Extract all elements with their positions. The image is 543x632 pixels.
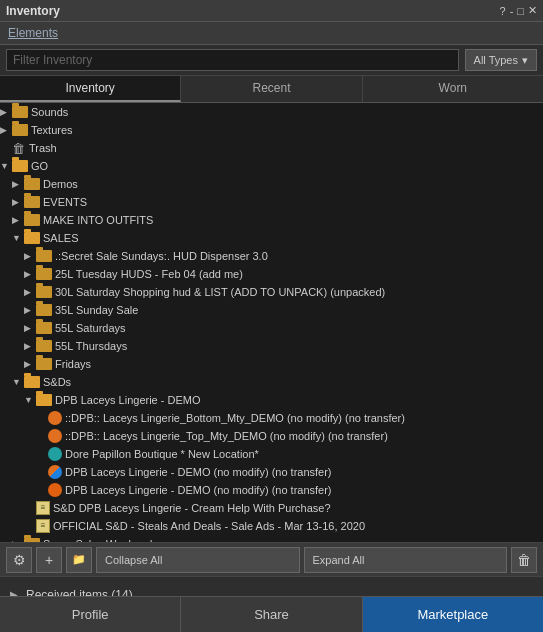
folder-icon	[12, 160, 28, 172]
inventory-tree[interactable]: ▶ Sounds ▶ Textures ▶ 🗑 Trash ▼ GO ▶ Dem…	[0, 103, 543, 543]
item-label: .:Secret Sale Sundays:. HUD Dispenser 3.…	[55, 250, 268, 262]
folder-icon	[36, 340, 52, 352]
item-label: 25L Tuesday HUDS - Feb 04 (add me)	[55, 268, 243, 280]
folder-icon	[36, 304, 52, 316]
expand-arrow: ▶	[24, 287, 36, 297]
folder-icon	[24, 376, 40, 388]
expand-arrow: ▶	[12, 215, 24, 225]
item-label: SALES	[43, 232, 78, 244]
folder-icon	[36, 358, 52, 370]
list-item[interactable]: ▶ EVENTS	[0, 193, 543, 211]
item-label: 35L Sunday Sale	[55, 304, 138, 316]
list-item[interactable]: ▶ DPB Laceys Lingerie - DEMO (no modify)…	[0, 463, 543, 481]
help-button[interactable]: ?	[500, 5, 506, 17]
folder-icon	[36, 322, 52, 334]
list-item[interactable]: ▶ .:Secret Sale Sundays:. HUD Dispenser …	[0, 247, 543, 265]
item-icon	[48, 429, 62, 443]
tab-inventory[interactable]: Inventory	[0, 76, 181, 102]
folder-icon	[24, 178, 40, 190]
expand-arrow: ▶	[24, 323, 36, 333]
marketplace-button[interactable]: Marketplace	[363, 597, 543, 632]
expand-arrow: ▼	[0, 161, 12, 171]
folder-icon	[36, 286, 52, 298]
list-item[interactable]: ▼ DPB Laceys Lingerie - DEMO	[0, 391, 543, 409]
expand-arrow: ▼	[12, 377, 24, 387]
list-item[interactable]: ▶ Textures	[0, 121, 543, 139]
expand-arrow: ▼	[12, 233, 24, 243]
list-item[interactable]: ▶ 55L Saturdays	[0, 319, 543, 337]
list-item[interactable]: ▼ GO	[0, 157, 543, 175]
folder-icon	[24, 214, 40, 226]
item-label: DPB Laceys Lingerie - DEMO	[55, 394, 201, 406]
list-item[interactable]: ▶ ::DPB:: Laceys Lingerie_Top_Mty_DEMO (…	[0, 427, 543, 445]
list-item[interactable]: ▶ Fridays	[0, 355, 543, 373]
notecard-icon: ≡	[36, 519, 50, 533]
list-item[interactable]: ▶ ≡ S&D DPB Laceys Lingerie - Cream Help…	[0, 499, 543, 517]
expand-arrow: ▶	[24, 341, 36, 351]
tab-worn[interactable]: Worn	[363, 76, 543, 102]
list-item[interactable]: ▶ ::DPB:: Laceys Lingerie_Bottom_Mty_DEM…	[0, 409, 543, 427]
all-types-button[interactable]: All Types ▾	[465, 49, 537, 71]
expand-arrow: ▼	[24, 395, 36, 405]
expand-arrow: ▶	[24, 305, 36, 315]
folder-icon	[36, 268, 52, 280]
tabs-row: Inventory Recent Worn	[0, 76, 543, 103]
list-item[interactable]: ▼ S&Ds	[0, 373, 543, 391]
item-label: 55L Thursdays	[55, 340, 127, 352]
list-item[interactable]: ▼ SALES	[0, 229, 543, 247]
folder-icon	[36, 394, 52, 406]
folder-icon: 📁	[72, 553, 86, 566]
expand-arrow: ▶	[24, 359, 36, 369]
filter-row: All Types ▾	[0, 45, 543, 76]
share-button[interactable]: Share	[181, 597, 362, 632]
list-item[interactable]: ▶ 30L Saturday Shopping hud & LIST (ADD …	[0, 283, 543, 301]
item-label: OFFICIAL S&D - Steals And Deals - Sale A…	[53, 520, 365, 532]
profile-button[interactable]: Profile	[0, 597, 181, 632]
item-label: S&Ds	[43, 376, 71, 388]
share-label: Share	[254, 607, 289, 622]
gear-button[interactable]: ⚙	[6, 547, 32, 573]
folder-icon	[12, 124, 28, 136]
folder-icon	[12, 106, 28, 118]
list-item[interactable]: ▶ 🗑 Trash	[0, 139, 543, 157]
item-label: GO	[31, 160, 48, 172]
expand-arrow: ▶	[24, 269, 36, 279]
list-item[interactable]: ▶ Super Sales Weekend	[0, 535, 543, 543]
list-item[interactable]: ▶ Dore Papillon Boutique * New Location*	[0, 445, 543, 463]
expand-arrow: ▶	[0, 107, 12, 117]
trash-button[interactable]: 🗑	[511, 547, 537, 573]
marketplace-label: Marketplace	[417, 607, 488, 622]
trash-icon: 🗑	[517, 552, 531, 568]
folder-icon	[24, 232, 40, 244]
item-icon	[48, 411, 62, 425]
folder-icon	[36, 250, 52, 262]
item-icon	[48, 483, 62, 497]
item-label: ::DPB:: Laceys Lingerie_Top_Mty_DEMO (no…	[65, 430, 388, 442]
list-item[interactable]: ▶ 55L Thursdays	[0, 337, 543, 355]
collapse-all-button[interactable]: Collapse All	[96, 547, 300, 573]
maximize-button[interactable]: □	[517, 5, 524, 17]
plus-icon: +	[45, 552, 53, 568]
list-item[interactable]: ▶ 35L Sunday Sale	[0, 301, 543, 319]
dropdown-arrow: ▾	[522, 54, 528, 67]
list-item[interactable]: ▶ Demos	[0, 175, 543, 193]
all-types-label: All Types	[474, 54, 518, 66]
list-item[interactable]: ▶ MAKE INTO OUTFITS	[0, 211, 543, 229]
item-label: DPB Laceys Lingerie - DEMO (no modify) (…	[65, 484, 332, 496]
close-button[interactable]: ✕	[528, 4, 537, 17]
list-item[interactable]: ▶ 25L Tuesday HUDS - Feb 04 (add me)	[0, 265, 543, 283]
list-item[interactable]: ▶ ≡ OFFICIAL S&D - Steals And Deals - Sa…	[0, 517, 543, 535]
tab-recent[interactable]: Recent	[181, 76, 362, 102]
item-label: S&D DPB Laceys Lingerie - Cream Help Wit…	[53, 502, 331, 514]
folder-button[interactable]: 📁	[66, 547, 92, 573]
add-button[interactable]: +	[36, 547, 62, 573]
list-item[interactable]: ▶ Sounds	[0, 103, 543, 121]
list-item[interactable]: ▶ DPB Laceys Lingerie - DEMO (no modify)…	[0, 481, 543, 499]
search-input[interactable]	[6, 49, 459, 71]
expand-arrow: ▶	[0, 125, 12, 135]
trash-icon: 🗑	[12, 141, 26, 155]
minimize-button[interactable]: -	[510, 5, 514, 17]
elements-link[interactable]: Elements	[8, 26, 58, 40]
expand-all-button[interactable]: Expand All	[304, 547, 508, 573]
expand-arrow: ▶	[24, 251, 36, 261]
